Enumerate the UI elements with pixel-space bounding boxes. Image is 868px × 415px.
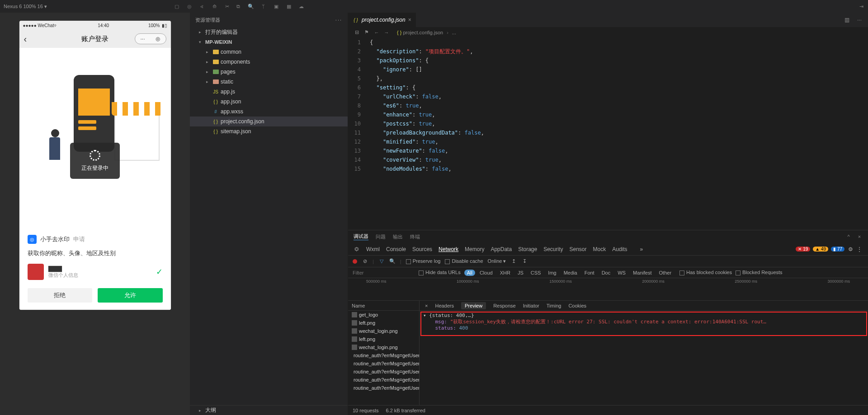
devtab-network[interactable]: Network <box>439 246 458 252</box>
nav-back-icon[interactable]: ← <box>373 29 380 36</box>
close-detail-icon[interactable]: × <box>425 303 428 308</box>
filter-css[interactable]: CSS <box>528 270 544 276</box>
kebab-icon[interactable]: ⋮ <box>856 246 863 252</box>
search-icon[interactable]: 🔍 <box>389 258 396 265</box>
chevron-up-icon[interactable]: ^ <box>845 233 852 240</box>
tree-item-app-js[interactable]: JSapp.js <box>190 87 348 97</box>
devtab-wxml[interactable]: Wxml <box>366 246 380 252</box>
name-header[interactable]: Name <box>348 301 419 311</box>
tree-item-common[interactable]: ▸common <box>190 47 348 57</box>
request-row[interactable]: wechat_login.png <box>348 343 419 351</box>
open-editors-section[interactable]: ▸打开的编辑器 <box>190 27 348 37</box>
collapse-icon[interactable]: ⊟ <box>354 29 360 36</box>
split-icon[interactable]: ▥ <box>844 17 850 23</box>
inspect-icon[interactable]: ⯐ <box>354 246 360 252</box>
cloud-icon[interactable]: ☁ <box>298 3 305 9</box>
error-badge[interactable]: ✕ 19 <box>796 247 810 252</box>
more-icon[interactable]: ··· <box>856 17 863 23</box>
filter-font[interactable]: Font <box>582 270 597 276</box>
devtab-appdata[interactable]: AppData <box>491 246 512 252</box>
hide-data-urls[interactable]: Hide data URLs <box>419 270 461 275</box>
panel-close-icon[interactable]: × <box>856 233 863 240</box>
filter-js[interactable]: JS <box>515 270 526 276</box>
gear-icon[interactable]: ⚙ <box>847 246 854 252</box>
project-section[interactable]: ▾MP-WEIXIN <box>190 37 348 47</box>
detail-tab-response[interactable]: Response <box>493 303 516 308</box>
search-icon[interactable]: 🔍 <box>248 3 254 9</box>
clear-icon[interactable]: ⊘ <box>362 258 368 265</box>
tree-item-app-wxss[interactable]: #app.wxss <box>190 107 348 117</box>
device-icon[interactable]: ▢ <box>174 3 180 9</box>
detail-tab-timing[interactable]: Timing <box>547 303 561 308</box>
filter-other[interactable]: Other <box>656 270 675 276</box>
detail-tab-cookies[interactable]: Cookies <box>568 303 586 308</box>
preserve-log[interactable]: Preserve log <box>406 258 441 264</box>
devtab-sensor[interactable]: Sensor <box>570 246 587 252</box>
blocked-requests[interactable]: Blocked Requests <box>736 270 783 275</box>
online-select[interactable]: Online ▾ <box>488 258 506 264</box>
network-timeline[interactable]: 500000 ms1000000 ms1500000 ms2000000 ms2… <box>348 278 868 301</box>
record-icon[interactable] <box>353 259 357 264</box>
code-editor[interactable]: 123456789101112131415 { "description": "… <box>348 38 868 230</box>
request-row[interactable]: left.png <box>348 335 419 343</box>
filter-manifest[interactable]: Manifest <box>630 270 655 276</box>
tree-item-pages[interactable]: ▸pages <box>190 67 348 77</box>
record-icon[interactable]: ◎ <box>186 3 193 9</box>
tab-project-config[interactable]: { } project.config.json × <box>348 13 416 27</box>
request-row[interactable]: get_logo <box>348 311 419 319</box>
request-row[interactable]: routine_auth?errMsg=getUser... <box>348 376 419 384</box>
nav-fwd-icon[interactable]: → <box>383 29 390 36</box>
tab-problems[interactable]: 问题 <box>376 233 386 240</box>
devtab-sources[interactable]: Sources <box>412 246 432 252</box>
deny-button[interactable]: 拒绝 <box>28 288 93 303</box>
detail-tab-initiator[interactable]: Initiator <box>523 303 539 308</box>
capsule-menu-icon[interactable]: ··· <box>140 36 145 42</box>
disable-cache[interactable]: Disable cache <box>445 258 483 264</box>
filter-ws[interactable]: WS <box>615 270 628 276</box>
devtab-console[interactable]: Console <box>386 246 406 252</box>
tab-output[interactable]: 输出 <box>393 233 403 240</box>
home-icon[interactable]: ⟰ <box>212 3 218 9</box>
filter-doc[interactable]: Doc <box>599 270 613 276</box>
branch-icon[interactable]: ᛘ <box>260 3 267 9</box>
box-icon[interactable]: ▣ <box>273 3 279 9</box>
tree-item-app-json[interactable]: { }app.json <box>190 97 348 107</box>
tree-item-project-config-json[interactable]: { }project.config.json <box>190 117 348 126</box>
info-badge[interactable]: ▮ 77 <box>831 247 844 252</box>
request-row[interactable]: left.png <box>348 319 419 327</box>
tree-item-components[interactable]: ▸components <box>190 57 348 67</box>
detail-tab-preview[interactable]: Preview <box>461 302 486 309</box>
more-icon[interactable]: ··· <box>335 17 342 23</box>
download-icon[interactable]: ↧ <box>521 258 528 265</box>
cut-icon[interactable]: ✂ <box>224 3 231 9</box>
goto-icon[interactable]: ⇥ <box>858 3 864 9</box>
devtabs-more-icon[interactable]: » <box>640 246 643 252</box>
back-icon[interactable]: ‹ <box>24 34 27 44</box>
devtab-storage[interactable]: Storage <box>518 246 537 252</box>
grid-icon[interactable]: ▦ <box>286 3 292 9</box>
tab-terminal[interactable]: 终端 <box>410 233 420 240</box>
allow-button[interactable]: 允许 <box>98 288 163 303</box>
devtab-audits[interactable]: Audits <box>612 246 627 252</box>
tab-debugger[interactable]: 调试器 <box>354 233 368 240</box>
request-row[interactable]: routine_auth?errMsg=getUser... <box>348 368 419 376</box>
request-row[interactable]: routine_auth?errMsg=getUser... <box>348 384 419 392</box>
filter-all[interactable]: All <box>464 270 475 276</box>
outline-section[interactable]: ▸大纲 <box>190 405 348 415</box>
warn-badge[interactable]: ▲ 49 <box>813 247 828 252</box>
filter-xhr[interactable]: XHR <box>497 270 513 276</box>
close-icon[interactable]: × <box>408 17 411 23</box>
devtab-security[interactable]: Security <box>543 246 563 252</box>
filter-media[interactable]: Media <box>561 270 580 276</box>
tree-item-static[interactable]: ▸static <box>190 77 348 87</box>
preview-line-1[interactable]: ▾ {status: 400,…} <box>423 312 864 318</box>
capsule[interactable]: ···◎ <box>135 33 166 44</box>
tree-item-sitemap-json[interactable]: { }sitemap.json <box>190 126 348 136</box>
request-row[interactable]: wechat_login.png <box>348 327 419 335</box>
bookmark-icon[interactable]: ⚑ <box>363 29 370 36</box>
has-blocked-cookies[interactable]: Has blocked cookies <box>679 270 732 275</box>
share-icon[interactable]: ⪡ <box>199 3 205 9</box>
filter-cloud[interactable]: Cloud <box>477 270 495 276</box>
files-icon[interactable]: ⧉ <box>235 3 241 9</box>
devtab-memory[interactable]: Memory <box>465 246 484 252</box>
